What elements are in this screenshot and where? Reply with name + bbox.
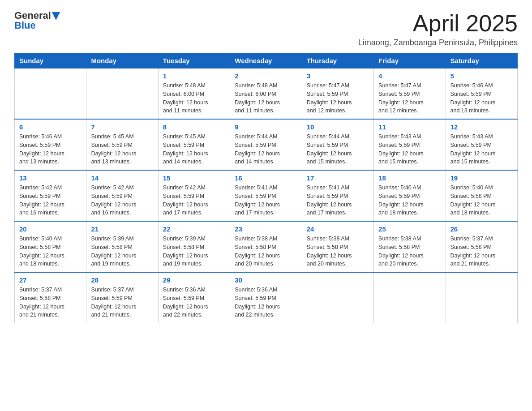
calendar-week-row: 27Sunrise: 5:37 AM Sunset: 5:58 PM Dayli… [15, 272, 518, 323]
day-number: 30 [235, 276, 297, 284]
day-number: 11 [378, 123, 441, 131]
calendar-cell: 27Sunrise: 5:37 AM Sunset: 5:58 PM Dayli… [15, 272, 86, 323]
day-info: Sunrise: 5:46 AM Sunset: 5:59 PM Dayligh… [19, 133, 82, 166]
weekday-header-saturday: Saturday [446, 53, 517, 68]
title-block: April 2025 Limaong, Zamboanga Peninsula,… [358, 11, 518, 47]
day-info: Sunrise: 5:37 AM Sunset: 5:58 PM Dayligh… [450, 235, 513, 268]
calendar-cell [15, 68, 86, 120]
day-number: 29 [163, 276, 225, 284]
calendar-cell: 14Sunrise: 5:42 AM Sunset: 5:59 PM Dayli… [86, 170, 158, 221]
calendar-title: April 2025 [358, 11, 518, 36]
day-info: Sunrise: 5:39 AM Sunset: 5:58 PM Dayligh… [163, 235, 225, 268]
day-info: Sunrise: 5:45 AM Sunset: 5:59 PM Dayligh… [163, 133, 225, 166]
calendar-cell: 20Sunrise: 5:40 AM Sunset: 5:58 PM Dayli… [15, 221, 86, 272]
calendar-cell: 21Sunrise: 5:39 AM Sunset: 5:58 PM Dayli… [86, 221, 158, 272]
day-info: Sunrise: 5:44 AM Sunset: 5:59 PM Dayligh… [307, 133, 369, 166]
calendar-location: Limaong, Zamboanga Peninsula, Philippine… [358, 38, 518, 47]
day-number: 26 [450, 225, 513, 233]
day-info: Sunrise: 5:37 AM Sunset: 5:59 PM Dayligh… [91, 286, 153, 319]
day-number: 5 [450, 72, 513, 80]
calendar-cell: 24Sunrise: 5:38 AM Sunset: 5:58 PM Dayli… [302, 221, 373, 272]
calendar-cell: 6Sunrise: 5:46 AM Sunset: 5:59 PM Daylig… [15, 119, 86, 170]
calendar-cell: 19Sunrise: 5:40 AM Sunset: 5:58 PM Dayli… [446, 170, 517, 221]
day-number: 16 [235, 174, 297, 182]
svg-marker-0 [52, 12, 60, 20]
calendar-cell: 2Sunrise: 5:48 AM Sunset: 6:00 PM Daylig… [230, 68, 302, 120]
logo-triangle-icon [52, 12, 60, 20]
weekday-header-row: SundayMondayTuesdayWednesdayThursdayFrid… [15, 53, 518, 68]
calendar-cell: 25Sunrise: 5:38 AM Sunset: 5:58 PM Dayli… [374, 221, 446, 272]
day-info: Sunrise: 5:36 AM Sunset: 5:59 PM Dayligh… [163, 286, 225, 319]
day-number: 4 [378, 72, 441, 80]
calendar-cell [86, 68, 158, 120]
day-info: Sunrise: 5:42 AM Sunset: 5:59 PM Dayligh… [163, 184, 225, 217]
calendar-cell: 28Sunrise: 5:37 AM Sunset: 5:59 PM Dayli… [86, 272, 158, 323]
calendar-cell: 4Sunrise: 5:47 AM Sunset: 5:59 PM Daylig… [374, 68, 446, 120]
calendar-cell: 12Sunrise: 5:43 AM Sunset: 5:59 PM Dayli… [446, 119, 517, 170]
day-info: Sunrise: 5:47 AM Sunset: 5:59 PM Dayligh… [307, 81, 369, 115]
day-number: 12 [450, 123, 513, 131]
day-number: 8 [163, 123, 225, 131]
day-info: Sunrise: 5:39 AM Sunset: 5:58 PM Dayligh… [91, 235, 153, 268]
logo-general-text: General [14, 11, 51, 21]
day-info: Sunrise: 5:38 AM Sunset: 5:58 PM Dayligh… [378, 235, 441, 268]
weekday-header-friday: Friday [374, 53, 446, 68]
day-number: 2 [235, 72, 297, 80]
calendar-cell: 15Sunrise: 5:42 AM Sunset: 5:59 PM Dayli… [158, 170, 230, 221]
calendar-cell: 5Sunrise: 5:46 AM Sunset: 5:59 PM Daylig… [446, 68, 517, 120]
weekday-header-monday: Monday [86, 53, 158, 68]
calendar-table: SundayMondayTuesdayWednesdayThursdayFrid… [14, 53, 518, 323]
day-number: 15 [163, 174, 225, 182]
day-info: Sunrise: 5:41 AM Sunset: 5:59 PM Dayligh… [307, 184, 369, 217]
calendar-cell: 10Sunrise: 5:44 AM Sunset: 5:59 PM Dayli… [302, 119, 373, 170]
calendar-cell: 17Sunrise: 5:41 AM Sunset: 5:59 PM Dayli… [302, 170, 373, 221]
day-info: Sunrise: 5:43 AM Sunset: 5:59 PM Dayligh… [378, 133, 441, 166]
calendar-cell: 16Sunrise: 5:41 AM Sunset: 5:59 PM Dayli… [230, 170, 302, 221]
weekday-header-wednesday: Wednesday [230, 53, 302, 68]
calendar-week-row: 13Sunrise: 5:42 AM Sunset: 5:59 PM Dayli… [15, 170, 518, 221]
day-info: Sunrise: 5:40 AM Sunset: 5:58 PM Dayligh… [19, 235, 82, 268]
day-number: 27 [19, 276, 82, 284]
day-info: Sunrise: 5:40 AM Sunset: 5:58 PM Dayligh… [450, 184, 513, 217]
calendar-cell [446, 272, 517, 323]
day-number: 18 [378, 174, 441, 182]
calendar-cell [374, 272, 446, 323]
day-info: Sunrise: 5:42 AM Sunset: 5:59 PM Dayligh… [91, 184, 153, 217]
calendar-cell: 23Sunrise: 5:38 AM Sunset: 5:58 PM Dayli… [230, 221, 302, 272]
weekday-header-thursday: Thursday [302, 53, 373, 68]
calendar-week-row: 1Sunrise: 5:48 AM Sunset: 6:00 PM Daylig… [15, 68, 518, 120]
calendar-cell: 11Sunrise: 5:43 AM Sunset: 5:59 PM Dayli… [374, 119, 446, 170]
day-number: 21 [91, 225, 153, 233]
calendar-cell: 26Sunrise: 5:37 AM Sunset: 5:58 PM Dayli… [446, 221, 517, 272]
calendar-cell: 8Sunrise: 5:45 AM Sunset: 5:59 PM Daylig… [158, 119, 230, 170]
day-number: 17 [307, 174, 369, 182]
day-info: Sunrise: 5:46 AM Sunset: 5:59 PM Dayligh… [450, 81, 513, 115]
day-number: 25 [378, 225, 441, 233]
weekday-header-sunday: Sunday [15, 53, 86, 68]
calendar-cell: 22Sunrise: 5:39 AM Sunset: 5:58 PM Dayli… [158, 221, 230, 272]
day-info: Sunrise: 5:47 AM Sunset: 5:59 PM Dayligh… [378, 81, 441, 115]
calendar-cell: 7Sunrise: 5:45 AM Sunset: 5:59 PM Daylig… [86, 119, 158, 170]
day-number: 23 [235, 225, 297, 233]
day-info: Sunrise: 5:36 AM Sunset: 5:59 PM Dayligh… [235, 286, 297, 319]
page-header: General Blue April 2025 Limaong, Zamboan… [14, 11, 518, 47]
calendar-cell: 18Sunrise: 5:40 AM Sunset: 5:59 PM Dayli… [374, 170, 446, 221]
day-number: 20 [19, 225, 82, 233]
calendar-cell: 13Sunrise: 5:42 AM Sunset: 5:59 PM Dayli… [15, 170, 86, 221]
day-number: 9 [235, 123, 297, 131]
logo: General Blue [14, 11, 60, 30]
day-number: 14 [91, 174, 153, 182]
day-number: 7 [91, 123, 153, 131]
calendar-cell: 29Sunrise: 5:36 AM Sunset: 5:59 PM Dayli… [158, 272, 230, 323]
day-info: Sunrise: 5:43 AM Sunset: 5:59 PM Dayligh… [450, 133, 513, 166]
day-number: 3 [307, 72, 369, 80]
day-info: Sunrise: 5:40 AM Sunset: 5:59 PM Dayligh… [378, 184, 441, 217]
weekday-header-tuesday: Tuesday [158, 53, 230, 68]
calendar-cell: 9Sunrise: 5:44 AM Sunset: 5:59 PM Daylig… [230, 119, 302, 170]
calendar-cell [302, 272, 373, 323]
day-number: 13 [19, 174, 82, 182]
calendar-cell: 3Sunrise: 5:47 AM Sunset: 5:59 PM Daylig… [302, 68, 373, 120]
calendar-cell: 1Sunrise: 5:48 AM Sunset: 6:00 PM Daylig… [158, 68, 230, 120]
day-info: Sunrise: 5:44 AM Sunset: 5:59 PM Dayligh… [235, 133, 297, 166]
logo-blue-text: Blue [14, 21, 36, 30]
